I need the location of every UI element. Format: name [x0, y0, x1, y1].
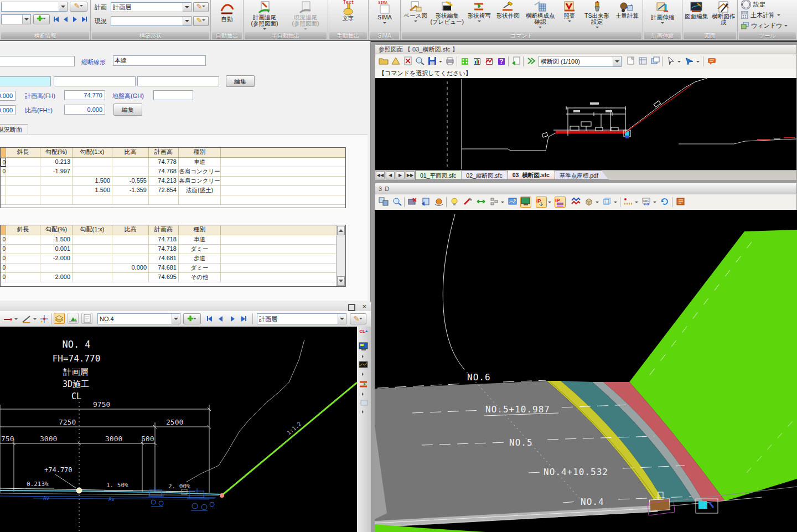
tab-benchmark-pdf[interactable]: 基準点座標.pdf — [555, 171, 609, 180]
type-cell[interactable]: ダミー — [179, 245, 221, 254]
guide-book-icon[interactable] — [675, 197, 686, 208]
row-filler[interactable] — [221, 167, 345, 176]
value-cell[interactable]: -0.555 — [112, 177, 149, 185]
type-cell[interactable]: 法面(盛土) — [179, 186, 221, 195]
next-station-button[interactable] — [70, 14, 80, 24]
value-cell[interactable] — [73, 167, 112, 176]
selected-offset-field[interactable] — [0, 76, 51, 86]
cad-first-button[interactable] — [205, 314, 214, 323]
row-filler[interactable] — [221, 186, 345, 195]
image-tool-icon[interactable] — [358, 361, 369, 371]
auto-extract-button[interactable]: 自動 — [215, 2, 239, 22]
points-mode-icon[interactable] — [39, 313, 50, 324]
current-pencil-button[interactable]: ✎ — [193, 16, 209, 26]
solid-box-icon[interactable] — [583, 197, 594, 208]
value-cell[interactable]: 74.213 — [149, 177, 179, 185]
value-cell[interactable]: -1.997 — [40, 167, 73, 176]
value-cell[interactable] — [6, 264, 40, 272]
plan-stretch-button[interactable]: 計画伸縮 — [648, 1, 677, 25]
paper-toggle-icon[interactable] — [81, 313, 92, 324]
help-icon[interactable]: ? — [496, 56, 507, 67]
column-header[interactable]: 比高 — [112, 225, 149, 235]
scroll-up-button[interactable] — [337, 226, 345, 235]
relative-height-field[interactable] — [64, 105, 105, 115]
tab-current-section[interactable]: 現況断面 — [0, 124, 28, 135]
row-offset-sliver[interactable] — [1, 186, 6, 195]
row-filler[interactable] — [221, 177, 345, 185]
base-drawing-button[interactable]: ベース図 — [402, 1, 429, 32]
caret-4[interactable] — [358, 409, 369, 419]
value-cell[interactable]: 74.695 — [149, 273, 179, 282]
current-section-table[interactable]: 斜長勾配(%)勾配(1:x)比高計画高種別0-1.50074.718車道00.0… — [0, 225, 346, 287]
extent-arrows-icon[interactable] — [475, 197, 487, 208]
drawing-edit-button[interactable]: 図面編集 — [683, 1, 710, 19]
value-cell[interactable]: 72.854 — [149, 186, 179, 195]
shape-draw-button[interactable]: 形状作図 — [494, 1, 522, 32]
column-header[interactable]: 計画高 — [149, 148, 179, 157]
redline-icon[interactable] — [484, 56, 495, 67]
section-edit-pencil-button[interactable]: ✎ — [70, 2, 87, 12]
value-cell[interactable] — [6, 158, 40, 167]
value-cell[interactable] — [73, 264, 112, 272]
cad-layer-combo[interactable]: 計画層 — [257, 313, 346, 324]
plan-layer-combo[interactable]: 計画層 — [111, 2, 192, 12]
monitor-view-icon[interactable] — [520, 197, 531, 208]
value-cell[interactable] — [40, 195, 73, 204]
grid-green-icon[interactable] — [459, 56, 470, 67]
column-header[interactable]: 種別 — [179, 225, 221, 235]
ref-window-titlebar[interactable]: 参照図面 【 03_横断図.sfc 】 — [375, 44, 797, 54]
grid-settings-icon[interactable] — [489, 197, 500, 208]
value-cell[interactable] — [6, 245, 40, 254]
row-filler[interactable] — [221, 273, 345, 282]
shape-copy-button[interactable]: 形状複写 — [465, 1, 494, 32]
row-offset-sliver[interactable]: 0 — [1, 245, 6, 254]
camera-reset-icon[interactable] — [407, 197, 418, 208]
section-name-field[interactable] — [0, 56, 75, 66]
prev-station-button[interactable] — [61, 14, 70, 24]
column-header[interactable]: 計画高 — [149, 225, 179, 235]
line-mode-icon[interactable] — [2, 313, 13, 324]
plan-trace-button[interactable]: 計画追尾(参照図面) — [245, 1, 284, 32]
column-header[interactable]: 斜長 — [6, 225, 40, 235]
threed-viewport[interactable]: NO.6 NO.5+10.987 NO.5 NO.4+10.532 NO.4 — [375, 210, 797, 532]
plan-pencil-button[interactable]: ✎ — [193, 2, 209, 12]
earthwork-volume-button[interactable]: 土量計算 — [613, 1, 641, 32]
open-icon[interactable] — [378, 56, 389, 67]
cross-section-cad-view[interactable]: NO. 4 FH=74.770 計画層 3D施工 CL 9750 7250 25… — [0, 327, 357, 532]
measure-icon[interactable] — [623, 197, 634, 208]
select-cursor-icon[interactable] — [665, 56, 676, 67]
column-header[interactable]: 勾配(1:x) — [73, 225, 112, 235]
type-cell[interactable]: その他 — [179, 273, 221, 282]
settings-item[interactable]: 設定 — [741, 0, 765, 9]
column-header[interactable]: 種別 — [179, 148, 221, 157]
dwg-export-icon[interactable]: DWG — [641, 197, 652, 208]
ts-asbuilt-button[interactable]: TS出来形設定 — [581, 1, 613, 32]
scroll-down-button[interactable] — [337, 276, 345, 286]
civil-calc-item[interactable]: 土木計算 — [741, 11, 780, 19]
column-header[interactable]: 勾配(1:x) — [73, 148, 112, 157]
first-station-button[interactable] — [51, 14, 61, 24]
value-cell[interactable] — [6, 195, 40, 204]
value-cell[interactable]: -1.500 — [40, 235, 73, 244]
row-filler[interactable] — [221, 245, 345, 254]
value-cell[interactable]: 74.778 — [149, 158, 179, 167]
cascade-icon[interactable] — [650, 56, 661, 67]
row-offset-sliver[interactable]: 0 — [1, 158, 6, 167]
value-cell[interactable] — [112, 235, 149, 244]
cad-pencil-button[interactable]: ✎ — [350, 313, 366, 324]
text-extract-button[interactable]: Text 文字 — [336, 0, 360, 22]
close-icon[interactable]: × — [362, 302, 366, 311]
cross-section-create-button[interactable]: 横断図作成 — [710, 1, 737, 25]
fh-field[interactable] — [64, 90, 105, 100]
value-cell[interactable] — [149, 195, 179, 204]
col0-header[interactable] — [1, 225, 6, 235]
value-cell[interactable] — [73, 235, 112, 244]
sima-button[interactable]: SIMA SIMA — [373, 0, 396, 25]
value-cell[interactable]: 2.000 — [40, 273, 73, 282]
row-filler[interactable] — [221, 254, 345, 263]
panel-divider[interactable] — [371, 42, 375, 532]
new-sheet-icon[interactable] — [625, 56, 636, 67]
current-layer-combo[interactable] — [111, 16, 192, 26]
value-cell[interactable]: 74.681 — [149, 264, 179, 272]
header-filler[interactable] — [221, 148, 345, 157]
